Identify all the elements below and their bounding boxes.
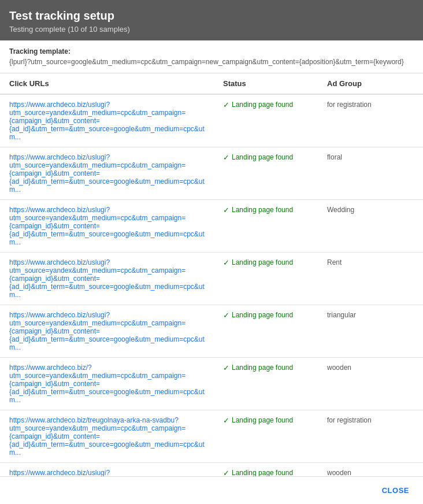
- click-url-link[interactable]: https://www.archdeco.biz/uslugi?utm_sour…: [9, 153, 205, 194]
- status-badge: ✓Landing page found: [223, 364, 309, 372]
- status-badge: ✓Landing page found: [223, 258, 309, 267]
- close-button[interactable]: CLOSE: [377, 484, 414, 497]
- status-text: Landing page found: [232, 364, 293, 372]
- column-header-status: Status: [214, 73, 318, 94]
- check-icon: ✓: [223, 258, 229, 267]
- tracking-template-value: {lpurl}?utm_source=google&utm_medium=cpc…: [9, 58, 414, 66]
- tracking-template-label: Tracking template:: [9, 47, 414, 55]
- table-row: https://www.archdeco.biz/uslugi?utm_sour…: [0, 305, 423, 358]
- table-row: https://www.archdeco.biz/uslugi?utm_sour…: [0, 200, 423, 253]
- tracking-template-section: Tracking template: {lpurl}?utm_source=go…: [0, 40, 423, 73]
- status-cell: ✓Landing page found: [214, 410, 318, 463]
- check-icon: ✓: [223, 416, 229, 425]
- table-row: https://www.archdeco.biz/treugolnaya-ark…: [0, 410, 423, 463]
- status-cell: ✓Landing page found: [214, 94, 318, 147]
- results-table: Click URLs Status Ad Group https://www.a…: [0, 73, 423, 499]
- click-url-cell: https://www.archdeco.biz/treugolnaya-ark…: [0, 410, 214, 463]
- status-badge: ✓Landing page found: [223, 416, 309, 425]
- ad-group-cell: floral: [318, 147, 423, 200]
- header: Test tracking setup Testing complete (10…: [0, 0, 423, 40]
- table-row: https://www.archdeco.biz/uslugi?utm_sour…: [0, 147, 423, 200]
- status-badge: ✓Landing page found: [223, 311, 309, 320]
- ad-group-cell: for registration: [318, 410, 423, 463]
- click-url-link[interactable]: https://www.archdeco.biz/uslugi?utm_sour…: [9, 206, 205, 246]
- ad-group-cell: Rent: [318, 253, 423, 305]
- status-cell: ✓Landing page found: [214, 253, 318, 305]
- status-cell: ✓Landing page found: [214, 200, 318, 253]
- status-text: Landing page found: [232, 153, 293, 161]
- ad-group-cell: Wedding: [318, 200, 423, 253]
- column-header-click-urls: Click URLs: [0, 73, 214, 94]
- status-badge: ✓Landing page found: [223, 101, 309, 109]
- ad-group-cell: for registration: [318, 94, 423, 147]
- page-title: Test tracking setup: [9, 9, 414, 23]
- check-icon: ✓: [223, 153, 229, 162]
- click-url-link[interactable]: https://www.archdeco.biz/uslugi?utm_sour…: [9, 258, 205, 299]
- status-badge: ✓Landing page found: [223, 206, 309, 214]
- status-text: Landing page found: [232, 469, 293, 477]
- check-icon: ✓: [223, 364, 229, 372]
- table-header-row: Click URLs Status Ad Group: [0, 73, 423, 94]
- click-url-cell: https://www.archdeco.biz/uslugi?utm_sour…: [0, 94, 214, 147]
- check-icon: ✓: [223, 101, 229, 109]
- page-subtitle: Testing complete (10 of 10 samples): [9, 25, 414, 34]
- status-cell: ✓Landing page found: [214, 358, 318, 410]
- table-row: https://www.archdeco.biz/uslugi?utm_sour…: [0, 94, 423, 147]
- status-text: Landing page found: [232, 416, 293, 424]
- table-row: https://www.archdeco.biz/?utm_source=yan…: [0, 358, 423, 410]
- click-url-cell: https://www.archdeco.biz/uslugi?utm_sour…: [0, 147, 214, 200]
- click-url-link[interactable]: https://www.archdeco.biz/treugolnaya-ark…: [9, 416, 205, 457]
- ad-group-cell: wooden: [318, 358, 423, 410]
- status-text: Landing page found: [232, 258, 293, 266]
- status-cell: ✓Landing page found: [214, 305, 318, 358]
- column-header-ad-group: Ad Group: [318, 73, 423, 94]
- click-url-link[interactable]: https://www.archdeco.biz/uslugi?utm_sour…: [9, 311, 205, 351]
- ad-group-cell: triangular: [318, 305, 423, 358]
- click-url-cell: https://www.archdeco.biz/uslugi?utm_sour…: [0, 305, 214, 358]
- status-text: Landing page found: [232, 311, 293, 319]
- footer: CLOSE: [0, 476, 423, 504]
- table-row: https://www.archdeco.biz/uslugi?utm_sour…: [0, 253, 423, 305]
- click-url-link[interactable]: https://www.archdeco.biz/?utm_source=yan…: [9, 364, 205, 404]
- click-url-link[interactable]: https://www.archdeco.biz/uslugi?utm_sour…: [9, 101, 205, 141]
- status-text: Landing page found: [232, 206, 293, 214]
- click-url-cell: https://www.archdeco.biz/?utm_source=yan…: [0, 358, 214, 410]
- status-cell: ✓Landing page found: [214, 147, 318, 200]
- check-icon: ✓: [223, 311, 229, 320]
- click-url-cell: https://www.archdeco.biz/uslugi?utm_sour…: [0, 253, 214, 305]
- results-table-container: Click URLs Status Ad Group https://www.a…: [0, 73, 423, 499]
- status-text: Landing page found: [232, 101, 293, 109]
- check-icon: ✓: [223, 206, 229, 214]
- click-url-cell: https://www.archdeco.biz/uslugi?utm_sour…: [0, 200, 214, 253]
- status-badge: ✓Landing page found: [223, 153, 309, 162]
